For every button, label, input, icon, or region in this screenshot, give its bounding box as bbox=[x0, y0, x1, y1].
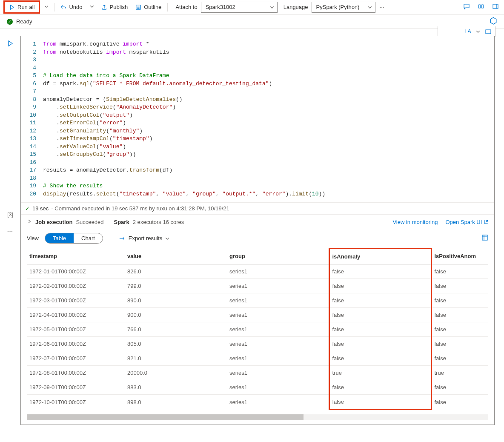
col-header-ispositive[interactable]: isPositiveAnom bbox=[431, 249, 488, 264]
cell-timestamp: 1972-07-01T00:00:00Z bbox=[27, 351, 125, 366]
view-toggle: Table Chart bbox=[45, 233, 103, 244]
view-tab-table[interactable]: Table bbox=[45, 233, 74, 243]
cell-ispositive: false bbox=[431, 264, 488, 279]
cell-ispositive: false bbox=[431, 322, 488, 337]
variables-button[interactable] bbox=[476, 1, 486, 13]
status-text: Ready bbox=[16, 18, 32, 25]
cell-group: series1 bbox=[227, 293, 329, 308]
toolbar-more-button[interactable]: ··· bbox=[376, 2, 388, 12]
language-select[interactable]: PySpark (Python) bbox=[312, 2, 375, 13]
table-row: 1972-04-01T00:00:00Z900.0series1falsefal… bbox=[27, 308, 488, 322]
table-row: 1972-07-01T00:00:00Z821.0series1falsefal… bbox=[27, 351, 488, 366]
run-all-dropdown[interactable] bbox=[41, 2, 52, 12]
code-cell: 1 2 3 4 5 6 7 8 9 10 11 12 13 14 15 16 1… bbox=[20, 36, 495, 425]
hexagon-icon bbox=[490, 17, 497, 25]
chevron-down-icon bbox=[367, 5, 372, 10]
table-header-row: timestamp value group isAnomaly isPositi… bbox=[27, 249, 488, 264]
attach-to-value: Spark31002 bbox=[206, 4, 235, 10]
cell-group: series1 bbox=[227, 308, 329, 322]
external-link-icon bbox=[484, 220, 488, 224]
cell-isanomaly: false bbox=[329, 395, 431, 410]
outline-icon bbox=[135, 4, 141, 10]
cell-more-button[interactable]: ··· bbox=[7, 228, 13, 234]
publish-button[interactable]: Publish bbox=[98, 2, 132, 12]
open-spark-ui-link[interactable]: Open Spark UI bbox=[445, 219, 488, 225]
chevron-right-icon bbox=[27, 219, 32, 224]
panel-button[interactable] bbox=[490, 1, 501, 13]
toolbar: Run all Undo Publish Outline Attach to S… bbox=[0, 0, 504, 14]
execution-status-line: ✓ 19 sec - Command executed in 19 sec 58… bbox=[21, 202, 494, 214]
results-table: timestamp value group isAnomaly isPositi… bbox=[27, 248, 488, 410]
cell-ispositive: false bbox=[431, 380, 488, 395]
language-label: Language bbox=[284, 4, 308, 10]
notebook-area: 1 2 3 4 5 6 7 8 9 10 11 12 13 14 15 16 1… bbox=[20, 29, 504, 432]
undo-icon bbox=[60, 4, 66, 10]
publish-label: Publish bbox=[110, 4, 128, 10]
export-results-button[interactable]: Export results bbox=[119, 235, 170, 241]
table-row: 1972-03-01T00:00:00Z890.0series1falsefal… bbox=[27, 293, 488, 308]
cell-isanomaly: false bbox=[329, 351, 431, 366]
undo-button[interactable]: Undo bbox=[57, 2, 86, 12]
col-header-timestamp[interactable]: timestamp bbox=[27, 249, 125, 264]
cell-timestamp: 1972-06-01T00:00:00Z bbox=[27, 337, 125, 351]
outline-button[interactable]: Outline bbox=[132, 2, 165, 12]
code-editor[interactable]: from mmlspark.cognitive import * from no… bbox=[36, 36, 494, 202]
comment-button[interactable] bbox=[461, 1, 472, 13]
table-row: 1972-02-01T00:00:00Z799.0series1falsefal… bbox=[27, 279, 488, 293]
status-bar: ✓ Ready bbox=[0, 14, 504, 29]
cell-isanomaly: false bbox=[329, 308, 431, 322]
run-all-highlight: Run all bbox=[3, 0, 40, 14]
cell-run-button[interactable] bbox=[4, 37, 16, 51]
cell-isanomaly: false bbox=[329, 337, 431, 351]
output-settings-button[interactable] bbox=[481, 234, 488, 242]
variables-icon bbox=[478, 3, 484, 10]
col-header-isanomaly[interactable]: isAnomaly bbox=[329, 249, 431, 264]
cell-group: series1 bbox=[227, 351, 329, 366]
cell-isanomaly: false bbox=[329, 279, 431, 293]
cell-timestamp: 1972-05-01T00:00:00Z bbox=[27, 322, 125, 337]
cell-ispositive: true bbox=[431, 366, 488, 380]
check-icon: ✓ bbox=[25, 205, 30, 212]
cell-gutter: [3] ··· bbox=[0, 29, 20, 432]
svg-rect-1 bbox=[478, 5, 481, 8]
view-monitoring-link[interactable]: View in monitoring bbox=[392, 219, 438, 225]
results-table-wrap: timestamp value group isAnomaly isPositi… bbox=[21, 248, 494, 413]
cell-value: 898.0 bbox=[125, 395, 227, 410]
cell-value: 821.0 bbox=[125, 351, 227, 366]
cell-value: 805.0 bbox=[125, 337, 227, 351]
expand-job-toggle[interactable] bbox=[27, 219, 32, 225]
outline-label: Outline bbox=[144, 4, 161, 10]
spark-label: Spark bbox=[114, 219, 129, 225]
cell-timestamp: 1972-09-01T00:00:00Z bbox=[27, 380, 125, 395]
export-icon bbox=[119, 235, 126, 241]
cell-timestamp: 1972-10-01T00:00:00Z bbox=[27, 395, 125, 410]
col-header-value[interactable]: value bbox=[125, 249, 227, 264]
cell-timestamp: 1972-08-01T00:00:00Z bbox=[27, 366, 125, 380]
cell-execution-count: [3] bbox=[7, 212, 13, 218]
expand-button[interactable] bbox=[490, 17, 497, 26]
table-settings-icon bbox=[481, 234, 488, 241]
run-all-button[interactable]: Run all bbox=[6, 2, 38, 12]
view-tab-chart[interactable]: Chart bbox=[74, 233, 103, 243]
chevron-down-icon bbox=[44, 4, 49, 9]
language-value: PySpark (Python) bbox=[316, 4, 360, 10]
cell-value: 900.0 bbox=[125, 308, 227, 322]
job-execution-label: Job execution bbox=[35, 219, 72, 225]
scrollbar-thumb[interactable] bbox=[27, 414, 304, 420]
cell-ispositive: false bbox=[431, 308, 488, 322]
col-header-group[interactable]: group bbox=[227, 249, 329, 264]
run-all-label: Run all bbox=[17, 4, 34, 10]
cell-value: 826.0 bbox=[125, 264, 227, 279]
play-icon bbox=[7, 40, 14, 47]
attach-to-select[interactable]: Spark31002 bbox=[201, 2, 278, 13]
undo-dropdown[interactable] bbox=[87, 2, 97, 12]
chevron-down-icon bbox=[269, 5, 275, 10]
export-results-label: Export results bbox=[129, 235, 162, 241]
notebook-main: [3] ··· 1 2 3 4 5 6 7 8 9 10 11 12 13 14… bbox=[0, 29, 504, 432]
separator bbox=[54, 3, 54, 11]
cell-group: series1 bbox=[227, 380, 329, 395]
output-view-row: View Table Chart Export results bbox=[21, 230, 494, 248]
play-icon bbox=[9, 4, 15, 10]
horizontal-scrollbar[interactable] bbox=[27, 414, 488, 420]
cell-group: series1 bbox=[227, 395, 329, 410]
